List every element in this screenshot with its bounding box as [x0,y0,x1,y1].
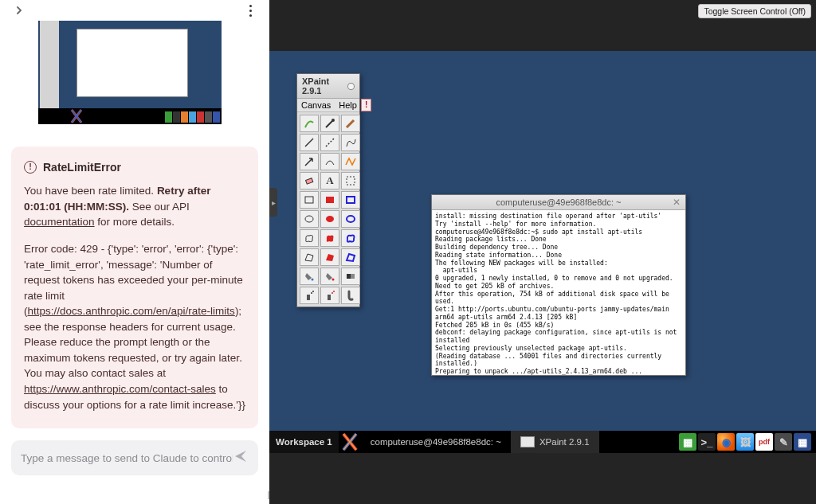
rate-limits-link[interactable]: https://docs.anthropic.com/en/api/rate-l… [28,305,235,317]
tool-smudge[interactable] [341,287,360,304]
terminal-titlebar[interactable]: computeruse@49e968f8e8dc: ~ ✕ [432,195,685,210]
menu-warn-icon[interactable]: ! [361,99,371,111]
error-title: RateLimitError [43,159,121,175]
svg-rect-16 [328,295,331,300]
tool-fill[interactable] [300,268,319,285]
tool-blob-fill[interactable] [320,229,339,247]
desktop-wallpaper[interactable]: XPaint 2.9.1 Canvas Help ! [269,51,816,453]
xpaint-window[interactable]: XPaint 2.9.1 Canvas Help ! [296,73,360,307]
tool-poly-fill[interactable] [320,248,339,266]
tool-rect-outline[interactable] [300,191,319,209]
message-input[interactable] [21,452,233,464]
tool-oval-fill[interactable] [320,210,339,228]
tool-pencil[interactable] [300,134,319,151]
xpaint-menubar: Canvas Help ! [297,99,359,112]
tool-brush-2[interactable] [320,115,339,132]
api-doc-link[interactable]: documentation [24,216,95,228]
tray-calculator-icon[interactable]: ▦ [794,433,811,451]
svg-point-10 [332,279,335,281]
svg-point-6 [305,216,313,222]
terminal-title-text: computeruse@49e968f8e8dc: ~ [496,197,621,207]
xpaint-titlebar[interactable]: XPaint 2.9.1 [297,74,359,99]
tray-image-icon[interactable]: 🖼 [736,433,754,451]
tool-oval-outline[interactable] [300,210,319,228]
menu-help[interactable]: Help [335,99,361,111]
tool-gradient[interactable] [341,268,360,285]
send-icon[interactable] [233,448,249,467]
tool-poly-outline[interactable] [300,248,319,266]
tray-spreadsheet-icon[interactable]: ▦ [679,433,696,451]
svg-point-17 [332,292,333,294]
svg-point-18 [333,291,335,292]
tray-terminal-icon[interactable]: >_ [698,433,716,451]
svg-point-8 [347,216,355,222]
svg-point-7 [326,216,334,222]
error-icon: ! [24,161,37,174]
window-thumb-icon [520,436,535,447]
tool-spray-red[interactable] [320,287,339,304]
tool-arc[interactable] [320,153,339,170]
tool-brush-1[interactable] [300,115,319,132]
tool-brush-3[interactable] [341,115,360,132]
window-control-icon[interactable] [347,83,355,90]
collapse-chevron-icon[interactable] [11,2,27,18]
tool-blob-outline[interactable] [300,229,319,247]
error-detail: Error code: 429 - {'type': 'error', 'err… [24,241,245,412]
xpaint-toolbox: A [297,112,359,307]
chat-sidebar: ! RateLimitError You have been rate limi… [0,0,269,504]
tool-rect-fill[interactable] [320,191,339,209]
taskbar: Workspace 1 computeruse@49e968f8e8dc: ~ … [269,431,816,453]
tool-spline[interactable] [341,134,360,151]
terminal-output[interactable]: install: missing destination file operan… [432,210,685,375]
menu-canvas[interactable]: Canvas [297,99,335,111]
tool-text[interactable]: A [320,172,339,189]
svg-point-15 [312,291,314,292]
taskbar-item-xpaint[interactable]: XPaint 2.9.1 [511,431,599,453]
toggle-screen-control-button[interactable]: Toggle Screen Control (Off) [698,4,811,18]
error-summary: You have been rate limited. Retry after … [24,183,245,230]
svg-rect-5 [347,197,355,203]
contact-sales-link[interactable]: https://www.anthropic.com/contact-sales [24,383,216,395]
svg-rect-4 [326,197,334,203]
tray-pdf-icon[interactable]: pdf [755,433,773,451]
system-tray: ▦ >_ ◉ 🖼 pdf ✎ ▦ [679,433,816,451]
svg-point-0 [332,119,335,122]
tool-arrow[interactable] [300,153,319,170]
svg-rect-13 [307,295,310,300]
drawer-handle[interactable]: ▸ [269,188,277,217]
workspace-switcher[interactable]: Workspace 1 [269,431,339,453]
message-composer[interactable] [11,440,258,475]
svg-rect-2 [347,177,355,185]
close-icon[interactable]: ✕ [673,197,681,208]
more-menu-icon[interactable] [242,2,258,18]
taskbar-item-terminal[interactable]: computeruse@49e968f8e8dc: ~ [361,431,511,453]
svg-rect-1 [306,178,313,184]
tool-select[interactable] [341,172,360,189]
tool-blob-blue[interactable] [341,229,360,247]
svg-rect-12 [347,274,351,279]
tool-rect-blue[interactable] [341,191,360,209]
start-menu-icon[interactable] [339,431,361,453]
terminal-window[interactable]: computeruse@49e968f8e8dc: ~ ✕ install: m… [431,194,686,376]
tool-eraser[interactable] [300,172,319,189]
tool-dotline[interactable] [320,134,339,151]
tray-editor-icon[interactable]: ✎ [775,433,792,451]
svg-point-14 [311,292,312,294]
tool-oval-blue[interactable] [341,210,360,228]
error-card: ! RateLimitError You have been rate limi… [11,147,258,428]
svg-rect-3 [305,197,313,203]
screenshot-thumbnail[interactable] [0,21,269,124]
tool-zigzag[interactable] [341,153,360,170]
tray-firefox-icon[interactable]: ◉ [717,433,735,451]
svg-point-9 [312,279,314,281]
remote-desktop-frame: Toggle Screen Control (Off) XPaint 2.9.1… [269,0,816,504]
xpaint-title-text: XPaint 2.9.1 [302,76,347,96]
tool-spray[interactable] [300,287,319,304]
tool-fill-red[interactable] [320,268,339,285]
tool-poly-blue[interactable] [341,248,360,266]
